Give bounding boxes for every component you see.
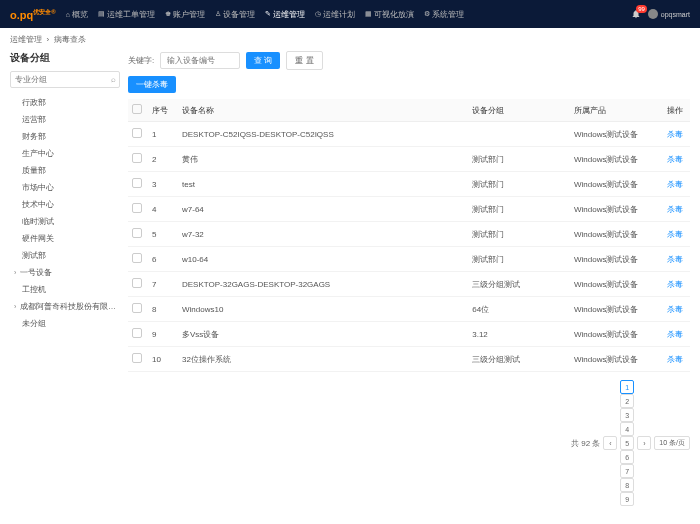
sidebar-search: ⌕ [10, 71, 120, 88]
row-checkbox[interactable] [132, 153, 142, 163]
cell-name: DESKTOP-C52IQSS-DESKTOP-C52IQSS [178, 122, 468, 147]
row-action-scan[interactable]: 杀毒 [667, 255, 683, 264]
cell-product: Windows测试设备 [570, 147, 660, 172]
cell-idx: 10 [148, 347, 178, 372]
cell-group: 测试部门 [468, 147, 570, 172]
sidebar: 设备分组 ⌕ 行政部运营部财务部生产中心质量部市场中心技术中心临时测试硬件网关测… [10, 51, 120, 506]
row-checkbox[interactable] [132, 303, 142, 313]
pager-page[interactable]: 7 [620, 464, 634, 478]
pager-page[interactable]: 3 [620, 408, 634, 422]
pager-page[interactable]: 6 [620, 450, 634, 464]
row-action-scan[interactable]: 杀毒 [667, 130, 683, 139]
tree-node[interactable]: 行政部 [10, 94, 120, 111]
cell-product: Windows测试设备 [570, 297, 660, 322]
row-action-scan[interactable]: 杀毒 [667, 355, 683, 364]
table-row: 6w10-64测试部门Windows测试设备杀毒 [128, 247, 690, 272]
search-button[interactable]: 查 询 [246, 52, 280, 69]
nav-icon: ✎ [265, 10, 271, 18]
cell-name: w7-32 [178, 222, 468, 247]
col-header: 序号 [148, 99, 178, 122]
nav-item[interactable]: ♚账户管理 [165, 9, 205, 20]
sidebar-tree: 行政部运营部财务部生产中心质量部市场中心技术中心临时测试硬件网关测试部›一号设备… [10, 94, 120, 332]
cell-name: test [178, 172, 468, 197]
cell-name: DESKTOP-32GAGS-DESKTOP-32GAGS [178, 272, 468, 297]
reset-button[interactable]: 重 置 [286, 51, 322, 70]
row-action-scan[interactable]: 杀毒 [667, 280, 683, 289]
tree-node[interactable]: 未分组 [10, 315, 120, 332]
cell-product: Windows测试设备 [570, 247, 660, 272]
nav-icon: ▤ [98, 10, 105, 18]
tree-node[interactable]: 技术中心 [10, 196, 120, 213]
tree-node[interactable]: 质量部 [10, 162, 120, 179]
nav-item[interactable]: ⚙系统管理 [424, 9, 464, 20]
row-checkbox[interactable] [132, 228, 142, 238]
pager-next[interactable]: › [637, 436, 651, 450]
row-checkbox[interactable] [132, 203, 142, 213]
tree-node[interactable]: 市场中心 [10, 179, 120, 196]
cell-name: Windows10 [178, 297, 468, 322]
pager-prev[interactable]: ‹ [603, 436, 617, 450]
pager-size[interactable]: 10 条/页 [654, 436, 690, 450]
keyword-input[interactable] [160, 52, 240, 69]
table-row: 7DESKTOP-32GAGS-DESKTOP-32GAGS三级分组测试Wind… [128, 272, 690, 297]
row-action-scan[interactable]: 杀毒 [667, 330, 683, 339]
pager-page[interactable]: 5 [620, 436, 634, 450]
cell-group [468, 122, 570, 147]
pager-total: 共 92 条 [571, 438, 600, 449]
cell-idx: 1 [148, 122, 178, 147]
row-checkbox[interactable] [132, 328, 142, 338]
table-row: 4w7-64测试部门Windows测试设备杀毒 [128, 197, 690, 222]
nav-item[interactable]: ♙设备管理 [215, 9, 255, 20]
nav-icon: ⚙ [424, 10, 430, 18]
nav-item[interactable]: ▦可视化放演 [365, 9, 414, 20]
scan-all-button[interactable]: 一键杀毒 [128, 76, 176, 93]
tree-node[interactable]: 测试部 [10, 247, 120, 264]
row-action-scan[interactable]: 杀毒 [667, 180, 683, 189]
pager-page[interactable]: 4 [620, 422, 634, 436]
nav-item[interactable]: ⌂概览 [66, 9, 88, 20]
table-row: 1032位操作系统三级分组测试Windows测试设备杀毒 [128, 347, 690, 372]
tree-node[interactable]: 财务部 [10, 128, 120, 145]
row-checkbox[interactable] [132, 278, 142, 288]
table-row: 2黄伟测试部门Windows测试设备杀毒 [128, 147, 690, 172]
cell-product: Windows测试设备 [570, 272, 660, 297]
cell-idx: 9 [148, 322, 178, 347]
checkbox-all[interactable] [132, 104, 142, 114]
pager-page[interactable]: 8 [620, 478, 634, 492]
sidebar-search-input[interactable] [10, 71, 120, 88]
bell-icon[interactable]: 99 [630, 8, 642, 20]
row-action-scan[interactable]: 杀毒 [667, 305, 683, 314]
nav-icon: ⌂ [66, 11, 70, 18]
row-action-scan[interactable]: 杀毒 [667, 205, 683, 214]
pager-page[interactable]: 1 [620, 380, 634, 394]
tree-node[interactable]: 工控机 [10, 281, 120, 298]
tree-node[interactable]: ›一号设备 [10, 264, 120, 281]
table-row: 9多Vss设备3.12Windows测试设备杀毒 [128, 322, 690, 347]
tree-node[interactable]: 运营部 [10, 111, 120, 128]
nav-item[interactable]: ▤运维工单管理 [98, 9, 155, 20]
table-row: 3test测试部门Windows测试设备杀毒 [128, 172, 690, 197]
row-action-scan[interactable]: 杀毒 [667, 230, 683, 239]
pagination: 共 92 条 ‹ 123456789 › 10 条/页 [128, 380, 690, 506]
row-checkbox[interactable] [132, 178, 142, 188]
pager-page[interactable]: 9 [620, 492, 634, 506]
row-checkbox[interactable] [132, 253, 142, 263]
cell-name: w10-64 [178, 247, 468, 272]
pager-page[interactable]: 2 [620, 394, 634, 408]
row-checkbox[interactable] [132, 128, 142, 138]
cell-product: Windows测试设备 [570, 172, 660, 197]
row-action-scan[interactable]: 杀毒 [667, 155, 683, 164]
cell-idx: 5 [148, 222, 178, 247]
nav-item[interactable]: ✎运维管理 [265, 9, 305, 20]
cell-name: 黄伟 [178, 147, 468, 172]
nav-item[interactable]: ◷运维计划 [315, 9, 355, 20]
user-menu[interactable]: opqsmart [648, 9, 690, 19]
search-icon[interactable]: ⌕ [111, 75, 116, 84]
cell-group: 测试部门 [468, 172, 570, 197]
tree-node[interactable]: 临时测试 [10, 213, 120, 230]
tree-node[interactable]: ›成都阿普奇科技股份有限公司 [10, 298, 120, 315]
row-checkbox[interactable] [132, 353, 142, 363]
tree-node[interactable]: 生产中心 [10, 145, 120, 162]
cell-idx: 4 [148, 197, 178, 222]
tree-node[interactable]: 硬件网关 [10, 230, 120, 247]
